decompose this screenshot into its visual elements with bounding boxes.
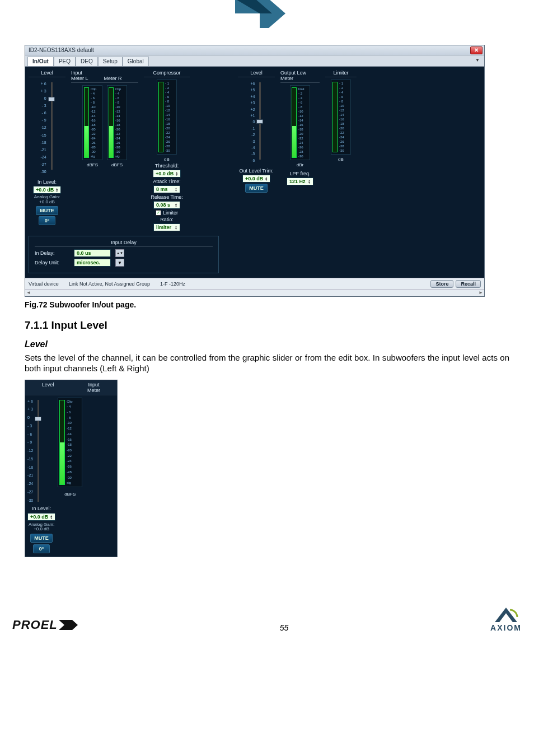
tabbar: In/Out PEQ DEQ Setup Global ▼	[25, 55, 484, 67]
mini-in-level-label: In Level:	[32, 506, 51, 511]
in-level-value[interactable]: +0.0 dB▲▼	[33, 186, 61, 194]
tab-global[interactable]: Global	[123, 57, 149, 66]
limiter-checkbox[interactable]: ✓Limiter	[156, 210, 178, 216]
subsection-heading: Level	[25, 339, 509, 349]
mini-input-meter: Clip- 4- 6- 8-10-12-14-16-18-20-22-24-26…	[58, 398, 82, 487]
input-delay-panel: Input Delay In Delay: 0.0 us ▲▼ Delay Un…	[29, 236, 219, 273]
out-trim-value[interactable]: +0.0 dB▲▼	[242, 175, 270, 183]
output-mute-button[interactable]: MUTE	[245, 184, 268, 193]
figure-caption: Fig.72 Subwoofer In/out page.	[25, 300, 509, 309]
output-meter: limit- 2- 4- 6- 8-10-12-14-16-18-20-22-2…	[290, 85, 310, 160]
proel-logo: PROEL	[12, 618, 78, 632]
hdr-output-meter: Meter	[280, 76, 320, 81]
section-heading: 7.1.1 Input Level	[25, 319, 509, 332]
axiom-logo: AXIOM	[490, 606, 522, 632]
delay-unit-label: Delay Unit:	[35, 260, 69, 265]
mini-in-level-value[interactable]: +0.0 dB▲▼	[27, 513, 55, 521]
input-phase-button[interactable]: 0°	[39, 216, 55, 225]
meter-unit-r: dBFS	[111, 162, 123, 167]
input-meter-l: Clip- 4- 6- 8-10-12-14-16-18-20-22-24-26…	[82, 85, 102, 160]
hdr-meter-l: Meter L	[71, 76, 88, 81]
tab-dropdown-icon[interactable]: ▼	[473, 57, 482, 66]
ratio-label: Ratio:	[160, 217, 174, 222]
comp-unit: dB	[164, 157, 170, 162]
limiter-unit: dB	[338, 157, 344, 162]
page-number: 55	[78, 623, 490, 632]
mini-analog-gain: Analog Gain:+0.0 dB	[29, 522, 54, 533]
mini-mute-button[interactable]: MUTE	[30, 534, 53, 543]
in-delay-spinner[interactable]: ▲▼	[115, 249, 124, 257]
out-trim-label: Out Level Trim:	[239, 168, 273, 174]
meter-unit-l: dBFS	[87, 162, 98, 167]
hdr-meter-r: Meter R	[104, 76, 122, 81]
hdr-output-low: Output Low	[280, 70, 320, 76]
tab-setup[interactable]: Setup	[98, 57, 123, 66]
hdr-compressor: Compressor	[153, 70, 180, 76]
page-footer: PROEL 55 AXIOM	[0, 602, 534, 640]
window-title: ID2-NEOS118AXS default	[29, 47, 94, 53]
scrollbar[interactable]: ◄►	[25, 290, 484, 296]
mini-meter-unit: dBFS	[64, 492, 76, 497]
tab-deq[interactable]: DEQ	[76, 57, 98, 66]
input-meter-r: Clip- 4- 6- 8-10-12-14-16-18-20-22-24-26…	[107, 85, 127, 160]
hdr-input-level: Level	[41, 70, 53, 76]
input-level-slider[interactable]: + 6+ 30- 3- 6- 9-12-15-18-21-24-27-30	[32, 80, 62, 176]
delay-unit-value[interactable]: microsec.	[74, 259, 111, 267]
attack-label: Attack Time:	[153, 179, 181, 184]
svg-marker-2	[59, 620, 78, 630]
release-value[interactable]: 0.08 s▲▼	[153, 201, 180, 209]
mini-hdr-level: Level	[42, 382, 54, 393]
input-delay-title: Input Delay	[35, 240, 213, 247]
in-level-label: In Level:	[38, 179, 57, 185]
recall-button[interactable]: Recall	[456, 280, 481, 288]
analog-gain-label: Analog Gain:+0.0 dB	[34, 195, 60, 205]
input-mute-button[interactable]: MUTE	[36, 206, 58, 215]
statusbar: Virtual device Link Not Active, Not Assi…	[25, 278, 484, 290]
mini-hdr-meter: Input Meter	[87, 382, 100, 393]
mini-phase-button[interactable]: 0°	[33, 544, 50, 553]
mini-screenshot: Level Input Meter + 6+ 30- 3- 6- 9-12-15…	[25, 380, 118, 558]
output-level-slider[interactable]: +6+5+4+3+2+10-1-2-3-4-5-6	[242, 80, 270, 165]
lpf-value[interactable]: 121 Hz▲▼	[287, 178, 313, 185]
hdr-input-meter: Input	[71, 70, 138, 76]
body-text: Sets the level of the channel, it can be…	[25, 353, 509, 374]
store-button[interactable]: Store	[430, 280, 453, 288]
status-link: Link Not Active, Not Assigned Group	[69, 281, 150, 287]
out-meter-unit: dBr	[297, 162, 303, 167]
mini-level-slider[interactable]: + 6+ 30- 3- 6- 9-12-15-18-21-24-27-30	[27, 398, 55, 504]
app-window: ID2-NEOS118AXS default ✕ In/Out PEQ DEQ …	[25, 45, 485, 297]
attack-value[interactable]: 8 ms▲▼	[153, 185, 180, 193]
ratio-value[interactable]: limiter▲▼	[153, 223, 180, 231]
limiter-meter: - 1- 2- 4- 6- 8-10-12-14-16-18-20-22-24-…	[331, 80, 351, 155]
threshold-label: Threshold:	[155, 163, 179, 169]
status-filter: 1-F -120Hz	[160, 281, 185, 287]
tab-inout[interactable]: In/Out	[27, 57, 54, 66]
release-label: Release Time:	[151, 194, 183, 200]
tab-peq[interactable]: PEQ	[54, 57, 76, 66]
delay-unit-dropdown-icon[interactable]: ▼	[115, 259, 124, 267]
lpf-label: LPF freq.	[289, 171, 310, 176]
in-delay-value[interactable]: 0.0 us	[74, 249, 111, 257]
hdr-output-level: Level	[250, 70, 263, 76]
titlebar: ID2-NEOS118AXS default ✕	[25, 45, 484, 55]
in-delay-label: In Delay:	[35, 250, 69, 256]
threshold-value[interactable]: +0.0 dB▲▼	[153, 170, 181, 178]
hdr-limiter: Limiter	[333, 70, 348, 76]
status-device: Virtual device	[29, 281, 59, 287]
close-icon[interactable]: ✕	[470, 46, 483, 54]
compressor-meter: - 1- 2- 4- 6- 8-10-12-14-16-18-20-22-24-…	[157, 80, 177, 155]
